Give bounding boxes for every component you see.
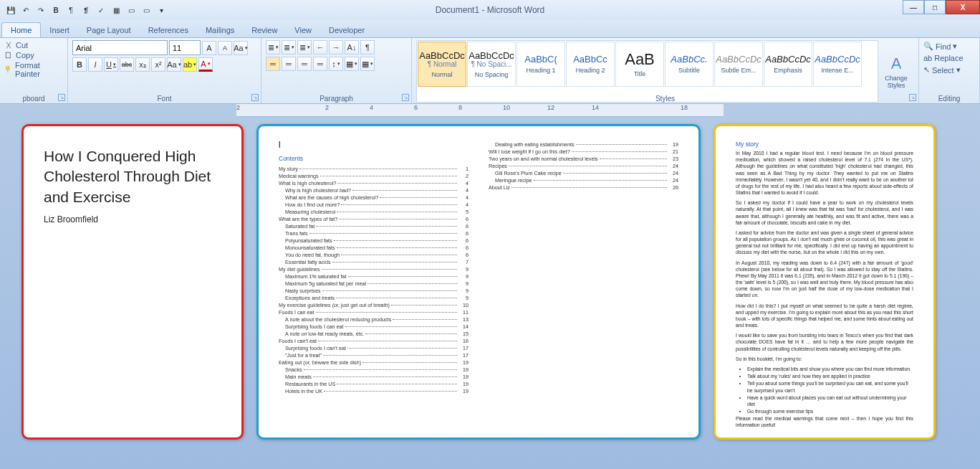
change-styles-button[interactable]: A Change Styles	[878, 40, 914, 103]
styles-dialog-icon[interactable]: ↘	[909, 94, 916, 101]
style-title[interactable]: AaBTitle	[615, 42, 664, 87]
toc-entry[interactable]: Saturated fat6	[285, 223, 469, 229]
toc-entry[interactable]: Meringue recipe24	[495, 177, 678, 184]
toc-entry[interactable]: Restaurants in the US19	[285, 381, 469, 387]
tab-home[interactable]: Home	[1, 22, 41, 37]
underline-button[interactable]: U	[104, 57, 118, 72]
toc-entry[interactable]: Snacks19	[285, 366, 469, 373]
horizontal-ruler[interactable]: 2246810121418	[236, 104, 724, 117]
decrease-indent-button[interactable]: ←	[313, 40, 327, 55]
toc-entry[interactable]: Recipes24	[489, 163, 678, 169]
toc-entry[interactable]: Dealing with eating establishments19	[495, 141, 678, 148]
minimize-button[interactable]: —	[903, 0, 924, 14]
tab-references[interactable]: References	[140, 23, 197, 37]
toc-entry[interactable]: A note about the cholesterol reducing pr…	[285, 316, 469, 323]
page-2-3-toc[interactable]: | Contents My story1Medical warnings2Wha…	[256, 124, 701, 440]
toc-entry[interactable]: Trans fats6	[285, 230, 469, 237]
cut-button[interactable]: Cut	[4, 41, 63, 49]
strike-button[interactable]: abc	[120, 57, 134, 72]
font-size-input[interactable]	[169, 40, 201, 55]
replace-button[interactable]: abReplace	[923, 54, 975, 62]
toc-entry[interactable]: Foods I can eat11	[279, 309, 469, 316]
font-color-button[interactable]: A	[198, 57, 213, 72]
toc-entry[interactable]: My story1	[279, 166, 469, 172]
save-icon[interactable]: 💾	[4, 4, 17, 16]
tab-page-layout[interactable]: Page Layout	[78, 23, 140, 37]
increase-indent-button[interactable]: →	[329, 40, 343, 55]
tab-review[interactable]: Review	[243, 23, 286, 37]
clipboard-dialog-icon[interactable]: ↘	[58, 94, 65, 101]
copy-button[interactable]: Copy	[4, 51, 63, 60]
borders-button[interactable]: ▦	[360, 57, 375, 71]
para-mark-icon[interactable]: ¶	[64, 4, 77, 16]
qat-more-icon[interactable]: ▾	[155, 4, 168, 16]
toc-entry[interactable]: Hotels in the UK19	[285, 388, 469, 394]
toc-entry[interactable]: Exceptions and treats9	[285, 295, 469, 301]
styles-gallery[interactable]: AaBbCcDc¶ NormalNormalAaBbCcDc¶ No Spaci…	[416, 40, 878, 103]
shrink-font-button[interactable]: A	[218, 41, 232, 55]
toc-entry[interactable]: What are the types of fat?6	[279, 216, 469, 222]
toc-entry[interactable]: Monounsaturated fats6	[285, 245, 469, 251]
font-name-input[interactable]	[72, 40, 168, 55]
style-no-spacing[interactable]: AaBbCcDc¶ No Spaci...No Spacing	[467, 42, 516, 87]
close-button[interactable]: X	[946, 0, 980, 14]
subscript-button[interactable]: x₂	[135, 57, 150, 72]
toc-entry[interactable]: Why is high cholesterol bad?4	[285, 187, 469, 194]
toc-entry[interactable]: What are the causes of high cholesterol?…	[285, 194, 469, 201]
toc-entry[interactable]: Gill Rose's Plum Cake recipe24	[495, 170, 678, 176]
toc-entry[interactable]: Maximum 5g saturated fat per meal9	[285, 280, 469, 287]
toc-entry[interactable]: You do need fat, though6	[285, 252, 469, 258]
paragraph-dialog-icon[interactable]: ↘	[402, 94, 409, 101]
page-4-body[interactable]: My story In May 2010 I had a regular blo…	[714, 124, 936, 440]
style-normal[interactable]: AaBbCcDc¶ NormalNormal	[418, 42, 466, 87]
toc-entry[interactable]: Maximum 1% saturated fat9	[285, 273, 469, 280]
numbering-button[interactable]: ≣	[282, 40, 296, 55]
align-center-button[interactable]: ═	[282, 57, 296, 71]
show-marks-button[interactable]: ¶	[360, 40, 375, 55]
toc-entry[interactable]: Essential fatty acids7	[285, 259, 469, 265]
toc-entry[interactable]: Polyunsaturated fats6	[285, 237, 469, 244]
style-subtitle[interactable]: AaBbCc.Subtitle	[665, 42, 714, 87]
format-painter-button[interactable]: Format Painter	[4, 61, 63, 78]
toc-entry[interactable]: Eating out (or, beware the side dish)19	[279, 359, 469, 366]
redo-icon[interactable]: ↷	[34, 4, 47, 16]
toc-entry[interactable]: Medical warnings2	[279, 173, 469, 179]
tab-developer[interactable]: Developer	[320, 23, 373, 37]
toc-entry[interactable]: A note on low-fat ready meals, etc.15	[285, 331, 469, 337]
toc-entry[interactable]: Surprising foods I can eat14	[285, 323, 469, 330]
toc-entry[interactable]: How do I find out more?4	[285, 202, 469, 208]
align-right-button[interactable]: ═	[297, 57, 312, 71]
tab-insert[interactable]: Insert	[41, 23, 78, 37]
tab-view[interactable]: View	[286, 23, 320, 37]
shading-button[interactable]: ▦	[345, 57, 359, 71]
clear-formatting-button[interactable]: Aa	[234, 41, 248, 55]
toc-entry[interactable]: My diet guidelines9	[279, 266, 469, 273]
maximize-button[interactable]: □	[924, 0, 946, 14]
spell-icon[interactable]: ✓	[95, 4, 107, 16]
toc-entry[interactable]: Surprising foods I can't eat17	[285, 345, 469, 351]
italic-button[interactable]: I	[88, 57, 102, 72]
style-emphasis[interactable]: AaBbCcDcEmphasis	[764, 42, 812, 87]
style-heading-2[interactable]: AaBbCcHeading 2	[566, 42, 615, 87]
sort-button[interactable]: A↓	[345, 40, 359, 55]
select-button[interactable]: ↖Select ▾	[923, 65, 975, 75]
style-heading-1[interactable]: AaBbC(Heading 1	[517, 42, 565, 87]
page-1-title[interactable]: How I Conquered High Cholesterol Through…	[21, 124, 244, 440]
toc-entry[interactable]: "Just for a treat"17	[285, 352, 469, 359]
font-dialog-icon[interactable]: ↘	[251, 94, 259, 101]
toc-entry[interactable]: Measuring cholesterol5	[285, 209, 469, 215]
find-button[interactable]: 🔍Find ▾	[923, 42, 975, 51]
highlight-button[interactable]: ab	[183, 57, 197, 72]
toc-entry[interactable]: About Liz26	[489, 184, 678, 191]
bold-button[interactable]: B	[72, 57, 87, 72]
toc-entry[interactable]: Will I lose weight if I go on this diet?…	[489, 148, 678, 155]
bold-icon[interactable]: B	[49, 4, 62, 16]
change-case-button[interactable]: Aa	[167, 57, 181, 72]
multilevel-button[interactable]: ≣	[297, 40, 312, 55]
superscript-button[interactable]: x²	[151, 57, 165, 72]
justify-button[interactable]: ═	[313, 57, 327, 71]
toc-entry[interactable]: Two years on and with normal cholesterol…	[489, 156, 678, 162]
para-mark2-icon[interactable]: ❡	[80, 4, 92, 16]
toc-entry[interactable]: My exercise guidelines (or, just get out…	[279, 302, 469, 308]
undo-icon[interactable]: ↶	[19, 4, 32, 16]
